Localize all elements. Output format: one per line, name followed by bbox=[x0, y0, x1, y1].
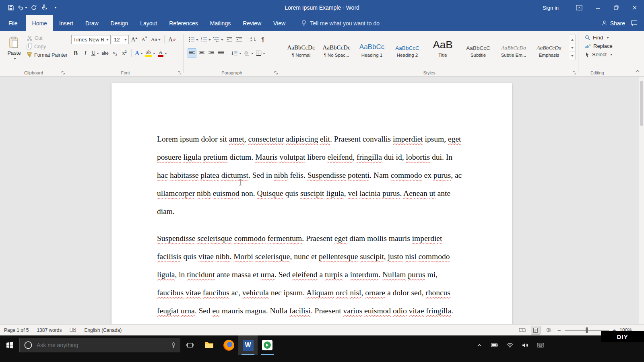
close-button[interactable] bbox=[625, 0, 644, 15]
scrollbar-thumb[interactable] bbox=[640, 81, 643, 126]
multilevel-list-button[interactable] bbox=[213, 35, 224, 44]
borders-button[interactable] bbox=[255, 48, 266, 58]
tab-file[interactable]: File bbox=[0, 15, 26, 31]
start-button[interactable] bbox=[0, 335, 19, 355]
tab-review[interactable]: Review bbox=[237, 15, 267, 31]
tray-expand-button[interactable] bbox=[473, 335, 485, 355]
align-left-button[interactable] bbox=[188, 48, 196, 58]
clear-formatting-button[interactable]: A bbox=[167, 35, 177, 44]
minimize-button[interactable] bbox=[588, 0, 607, 15]
align-center-button[interactable] bbox=[197, 48, 206, 58]
strikethrough-button[interactable]: abe bbox=[101, 48, 109, 58]
numbering-button[interactable]: 123 bbox=[200, 35, 212, 44]
network-status[interactable] bbox=[504, 335, 516, 355]
zoom-slider[interactable] bbox=[565, 330, 609, 331]
tab-insert[interactable]: Insert bbox=[53, 15, 79, 31]
document-paragraph[interactable]: Lorem ipsum dolor sit amet, consectetur … bbox=[157, 130, 464, 220]
style-no-spacing[interactable]: AaBbCcDc ¶ No Spac... bbox=[319, 34, 354, 61]
superscript-button[interactable]: x2 bbox=[120, 48, 129, 58]
font-dialog-launcher[interactable] bbox=[178, 71, 182, 75]
task-view-button[interactable] bbox=[180, 335, 200, 355]
cut-button[interactable]: Cut bbox=[27, 35, 68, 41]
style-subtle-emphasis[interactable]: AaBbCcDa Subtle Em... bbox=[496, 34, 531, 61]
clipboard-dialog-launcher[interactable] bbox=[61, 71, 65, 75]
language-status[interactable]: English (Canada) bbox=[80, 327, 126, 333]
zoom-out-button[interactable]: − bbox=[557, 327, 561, 333]
highlight-color-button[interactable]: ab bbox=[144, 48, 156, 58]
battery-status[interactable] bbox=[489, 335, 501, 355]
volume-status[interactable] bbox=[519, 335, 531, 355]
show-hide-paragraph-button[interactable]: ¶ bbox=[258, 35, 267, 44]
font-name-combobox[interactable]: Times New R bbox=[71, 35, 111, 44]
firefox-button[interactable] bbox=[219, 335, 238, 355]
increase-indent-button[interactable] bbox=[235, 35, 244, 44]
bold-button[interactable]: B bbox=[71, 48, 80, 58]
style-subtitle[interactable]: AaBbCcC Subtitle bbox=[460, 34, 496, 61]
bullets-button[interactable] bbox=[188, 35, 199, 44]
style-normal[interactable]: AaBbCcDc ¶ Normal bbox=[283, 34, 319, 61]
shrink-font-button[interactable]: A bbox=[140, 35, 149, 44]
sort-button[interactable]: AZ bbox=[249, 35, 258, 44]
styles-dialog-launcher[interactable] bbox=[572, 71, 576, 75]
tell-me-box[interactable]: Tell me what you want to do bbox=[301, 15, 380, 31]
tab-design[interactable]: Design bbox=[105, 15, 134, 31]
decrease-indent-button[interactable] bbox=[225, 35, 234, 44]
word-taskbar-button[interactable]: W bbox=[238, 335, 258, 355]
styles-gallery-more-button[interactable] bbox=[569, 52, 575, 60]
paragraph-dialog-launcher[interactable] bbox=[274, 71, 278, 75]
camtasia-taskbar-button[interactable] bbox=[258, 335, 277, 355]
paste-button[interactable]: Paste bbox=[3, 34, 25, 66]
vertical-scrollbar[interactable] bbox=[639, 77, 644, 324]
underline-button[interactable]: U bbox=[91, 48, 100, 58]
select-button[interactable]: Select bbox=[585, 51, 613, 58]
word-count-status[interactable]: 1387 words bbox=[33, 327, 66, 333]
read-mode-button[interactable] bbox=[518, 326, 527, 335]
format-painter-button[interactable]: Format Painter bbox=[27, 52, 68, 58]
style-title[interactable]: AaB Title bbox=[425, 34, 460, 61]
file-explorer-button[interactable] bbox=[200, 335, 219, 355]
share-button[interactable]: Share bbox=[601, 15, 625, 31]
line-spacing-button[interactable] bbox=[231, 48, 242, 58]
collapse-ribbon-button[interactable] bbox=[635, 67, 640, 74]
shading-button[interactable] bbox=[243, 48, 254, 58]
zoom-slider-thumb[interactable] bbox=[586, 327, 588, 333]
replace-button[interactable]: ab Replace bbox=[585, 43, 613, 49]
font-color-button[interactable]: A bbox=[157, 48, 168, 58]
align-right-button[interactable] bbox=[207, 48, 216, 58]
cortana-search-box[interactable] bbox=[19, 338, 180, 352]
italic-button[interactable]: I bbox=[81, 48, 90, 58]
style-emphasis[interactable]: AaBbCcDa Emphasis bbox=[531, 34, 567, 61]
redo-button[interactable] bbox=[29, 2, 39, 13]
feedback-button[interactable] bbox=[631, 15, 638, 31]
styles-scroll-up-button[interactable] bbox=[569, 35, 575, 43]
copy-button[interactable]: Copy bbox=[27, 43, 68, 49]
restore-button[interactable] bbox=[607, 0, 625, 15]
font-size-combobox[interactable]: 12 bbox=[112, 35, 129, 44]
touch-keyboard-button[interactable] bbox=[535, 335, 547, 355]
document-paragraph[interactable]: Suspendisse scelerisque commodo fermentu… bbox=[157, 229, 464, 320]
undo-button[interactable] bbox=[16, 2, 29, 13]
styles-scroll-down-button[interactable] bbox=[569, 43, 575, 52]
proofing-status[interactable] bbox=[66, 327, 80, 333]
tab-draw[interactable]: Draw bbox=[79, 15, 105, 31]
tab-home[interactable]: Home bbox=[26, 15, 53, 31]
subscript-button[interactable]: x2 bbox=[110, 48, 119, 58]
customize-quick-access-button[interactable] bbox=[50, 2, 60, 13]
microphone-icon[interactable] bbox=[171, 342, 176, 348]
text-effects-button[interactable]: A bbox=[134, 48, 144, 58]
tab-view[interactable]: View bbox=[267, 15, 291, 31]
page-count-status[interactable]: Page 1 of 5 bbox=[0, 327, 33, 333]
justify-button[interactable] bbox=[217, 48, 225, 58]
taskbar-search-input[interactable] bbox=[37, 342, 167, 348]
style-heading-2[interactable]: AaBbCcC Heading 2 bbox=[390, 34, 425, 61]
tab-references[interactable]: References bbox=[163, 15, 204, 31]
print-layout-button[interactable] bbox=[531, 326, 541, 335]
grow-font-button[interactable]: A bbox=[130, 35, 139, 44]
find-button[interactable]: Find bbox=[585, 35, 613, 41]
ribbon-display-options-button[interactable] bbox=[570, 0, 588, 15]
style-heading-1[interactable]: AaBbCc Heading 1 bbox=[354, 34, 390, 61]
touch-mouse-mode-button[interactable] bbox=[39, 2, 50, 13]
web-layout-button[interactable] bbox=[544, 326, 554, 335]
sign-in-link[interactable]: Sign in bbox=[543, 5, 559, 11]
tab-layout[interactable]: Layout bbox=[134, 15, 163, 31]
